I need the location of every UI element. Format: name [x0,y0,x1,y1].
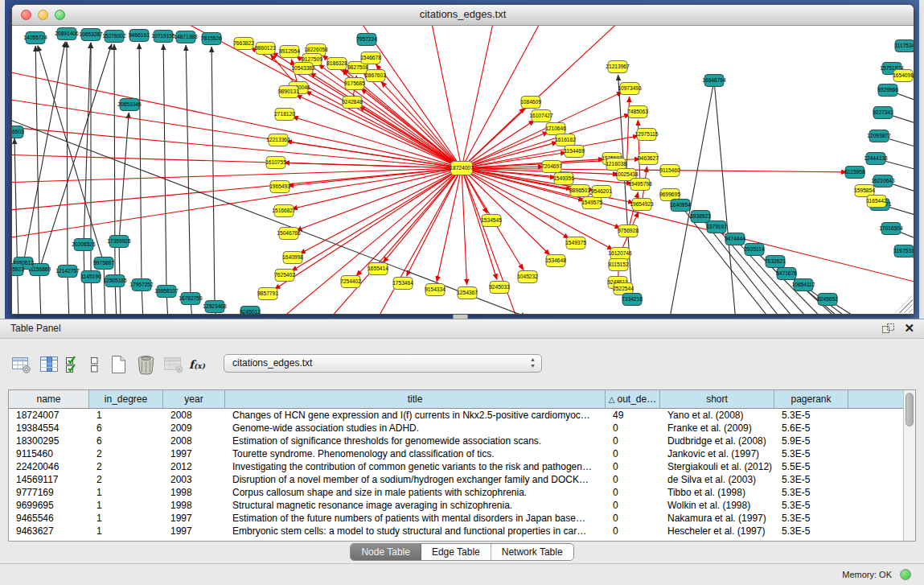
cell-out_degree[interactable]: 0 [606,435,660,447]
graph-node[interactable]: 8912954 [279,46,300,58]
cell-in_degree[interactable]: 2 [89,447,163,460]
graph-node[interactable]: 10543382 [291,63,315,75]
graph-edge[interactable] [462,120,535,168]
cell-out_degree[interactable]: 49 [606,409,660,422]
graph-node[interactable]: 20206526 [72,239,96,251]
graph-node[interactable]: 1640998 [282,252,303,264]
cell-year[interactable]: 2003 [163,473,225,486]
graph-node[interactable]: 9175685 [344,78,365,90]
cell-title[interactable]: Structural magnetic resonance image aver… [225,499,606,512]
column-header-year[interactable]: year [163,390,225,408]
cell-year[interactable]: 2012 [163,460,225,473]
graph-node[interactable]: 1610755 [265,157,286,169]
show-checked-attributes-icon[interactable] [63,351,84,378]
graph-node[interactable]: 9756928 [618,225,639,237]
cell-name[interactable]: 14569117 [9,473,89,486]
graph-edge[interactable] [12,121,527,314]
table-row[interactable]: 1872400712008Changes of HCN gene express… [9,409,915,422]
cell-pagerank[interactable]: 5.3E-5 [774,447,848,460]
function-builder-icon[interactable]: f(x) [187,351,207,378]
graph-node[interactable]: 1640954 [670,200,691,212]
graph-node[interactable]: 1549356 [553,173,574,185]
graph-node[interactable]: 9245652 [817,294,838,306]
cell-name[interactable]: 18300295 [9,435,89,447]
cell-out_degree[interactable]: 0 [606,460,660,473]
graph-node[interactable]: 8115958 [844,167,865,179]
graph-node[interactable]: 17957252 [129,279,154,291]
graph-node[interactable]: 8896503 [569,185,590,197]
graph-node[interactable]: 3915923 [12,264,24,276]
cell-pagerank[interactable]: 5.3E-5 [774,512,848,525]
graph-node[interactable]: 10719155 [151,31,175,43]
graph-hub-node[interactable]: 18724007 [450,162,474,175]
network-canvas[interactable]: 1405572420891406106532871527600294661611… [12,26,914,314]
vertical-scrollbar[interactable] [903,390,915,541]
graph-node[interactable]: 14671388 [174,31,198,43]
column-header-pagerank[interactable]: pagerank [774,390,848,408]
graph-node[interactable]: 20891406 [55,28,79,40]
graph-node[interactable]: 16107427 [529,110,553,122]
graph-node[interactable]: 1534545 [481,215,502,227]
graph-node[interactable]: 1165442 [866,196,887,208]
tab-node-table[interactable]: Node Table [351,544,421,560]
graph-node[interactable]: 9466161 [129,30,150,42]
graph-node[interactable]: 7815526 [201,33,222,45]
cell-year[interactable]: 1998 [163,499,225,512]
cell-in_degree[interactable]: 1 [89,525,163,538]
cell-in_degree[interactable]: 1 [89,409,163,422]
cell-short[interactable]: Nakamura et al. (1997) [660,512,774,525]
table-settings-icon[interactable] [8,351,35,378]
graph-node[interactable]: 12093872 [867,130,891,142]
graph-node[interactable]: 7204697 [541,161,562,173]
graph-node[interactable]: 1145190 [80,271,101,283]
graph-node[interactable]: 8186328 [326,58,347,70]
graph-edge[interactable] [462,26,623,168]
cell-year[interactable]: 1997 [163,512,225,525]
cell-name[interactable]: 9699695 [9,499,89,512]
cell-name[interactable]: 9463627 [9,525,89,538]
graph-edge[interactable] [714,80,736,314]
cell-pagerank[interactable]: 5.3E-5 [774,486,848,499]
delete-column-trash-icon[interactable] [132,351,159,378]
cell-title[interactable]: Investigating the contribution of common… [225,460,606,473]
graph-edge[interactable] [163,44,166,291]
table-row[interactable]: 1830029562008Estimation of significance … [9,435,915,447]
column-header-title[interactable]: title [225,390,606,408]
graph-node[interactable]: 1546678 [360,52,381,64]
graph-edge[interactable] [374,168,462,314]
new-column-icon[interactable] [105,351,132,378]
graph-edge[interactable] [186,45,191,299]
window-minimize-button[interactable] [38,10,48,20]
graph-node[interactable]: 7334216 [622,294,643,306]
graph-edge[interactable] [104,263,105,314]
cell-pagerank[interactable]: 5.3E-5 [774,473,848,486]
cell-short[interactable]: Hescheler et al. (1997) [660,525,774,538]
cell-name[interactable]: 9115460 [9,447,89,460]
cell-out_degree[interactable]: 0 [606,525,660,538]
graph-node[interactable]: 19495798 [628,179,652,191]
graph-edge[interactable] [361,89,462,168]
clear-attributes-icon[interactable] [84,351,105,378]
graph-node[interactable]: 1084609 [520,97,541,109]
cell-pagerank[interactable]: 5.3E-5 [774,499,848,512]
graph-node[interactable]: 9857791 [257,288,278,300]
graph-edge[interactable] [462,26,495,168]
graph-node[interactable]: 21213967 [606,61,630,73]
graph-edge[interactable] [35,46,39,270]
graph-node[interactable]: 9154334 [425,284,446,296]
network-view-window[interactable]: citations_edges.txt 14055724208914061065… [11,4,914,315]
graph-node[interactable]: 1154469 [564,146,585,158]
graph-node[interactable]: 9860123 [255,43,276,55]
cell-out_degree[interactable]: 0 [606,499,660,512]
cell-title[interactable]: Estimation of the future numbers of pati… [225,512,606,525]
graph-node[interactable]: 1117534 [895,40,914,52]
graph-node[interactable]: 7663822 [233,38,254,50]
graph-edge[interactable] [296,168,462,230]
graph-node[interactable]: 16782759 [179,293,203,305]
graph-edge[interactable] [292,168,462,209]
graph-node[interactable]: 1965493 [269,181,290,193]
cell-pagerank[interactable]: 5.9E-5 [774,435,848,447]
graph-edge[interactable] [84,43,91,245]
graph-node[interactable]: 9115460 [659,165,680,177]
column-header-out_degree[interactable]: △out_de… [606,390,660,408]
